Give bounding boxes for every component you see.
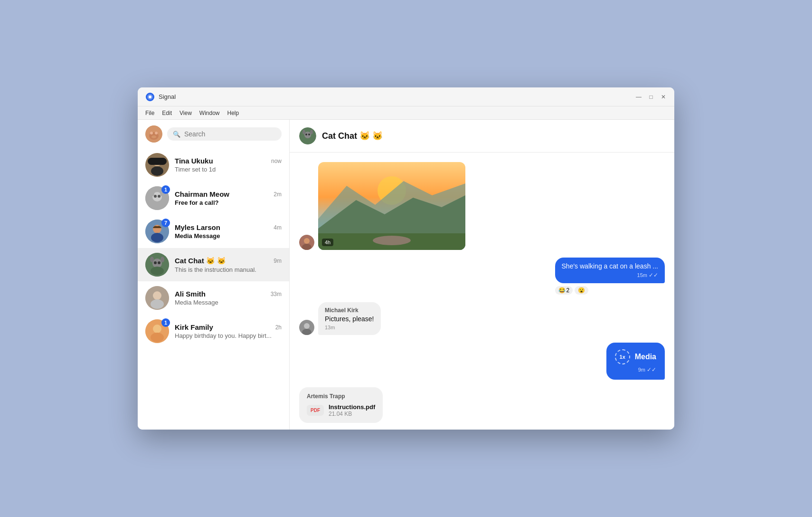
reaction-laugh[interactable]: 😂 2 (555, 286, 573, 295)
maximize-button[interactable]: □ (648, 94, 654, 100)
media-icon-circle: 1x (615, 349, 630, 364)
user-avatar[interactable] (145, 125, 162, 143)
conv-item-kirkfamily[interactable]: 1 Kirk Family 2h Happy birthday to you. … (138, 315, 289, 348)
conv-item-tina[interactable]: Tina Ukuku now Timer set to 1d (138, 148, 289, 182)
pdf-bubble: Artemis Trapp PDF Instructions.pdf 21.04… (299, 387, 383, 423)
msg-row-image: 4h (299, 162, 665, 250)
conv-preview-ali: Media Message (175, 299, 282, 306)
chat-header: Cat Chat 🐱 🐱 (290, 120, 674, 153)
msg-row-michael: Michael Kirk Pictures, please! 13m (299, 302, 665, 335)
conv-time-myles: 4m (274, 224, 282, 231)
svg-point-26 (158, 261, 161, 264)
conv-time-chairman: 2m (274, 191, 282, 198)
badge-chairman: 1 (161, 185, 170, 194)
conv-avatar-kirkfamily: 1 (145, 319, 169, 343)
title-bar: Signal — □ ✕ (138, 87, 674, 106)
menu-edit[interactable]: Edit (162, 110, 172, 116)
svg-point-30 (151, 299, 164, 309)
messages-area: 4h She's walking a cat on a leash ... 15… (290, 153, 674, 430)
conv-info-ali: Ali Smith 33m Media Message (175, 290, 282, 306)
chat-avatar (299, 127, 316, 144)
conv-preview-kirkfamily: Happy birthday to you. Happy birt... (175, 332, 282, 339)
svg-point-20 (151, 233, 163, 242)
menu-file[interactable]: File (145, 110, 154, 116)
svg-point-38 (305, 134, 307, 135)
chat-title: Cat Chat 🐱 🐱 (322, 131, 383, 141)
search-bar[interactable]: 🔍 (167, 127, 282, 141)
media-inner: 1x Media (615, 349, 656, 364)
conv-item-myles[interactable]: 7 Myles Larson 4m Media Message (138, 215, 289, 248)
conv-item-chairman[interactable]: 1 Chairman Meow 2m Free for a call? (138, 182, 289, 215)
conv-time-kirkfamily: 2h (275, 324, 282, 331)
pdf-file-info: Instructions.pdf 21.04 KB (329, 403, 375, 417)
conv-name-chairman: Chairman Meow (175, 190, 229, 198)
pdf-file-row: PDF Instructions.pdf 21.04 KB (307, 403, 375, 417)
conv-info-myles: Myles Larson 4m Media Message (175, 223, 282, 239)
minimize-button[interactable]: — (635, 94, 642, 100)
search-input[interactable] (184, 130, 276, 138)
conv-name-tina: Tina Ukuku (175, 157, 213, 165)
msg-avatar-incoming1 (299, 235, 314, 250)
conv-name-ali: Ali Smith (175, 290, 206, 298)
bubble-wrap-text-out: She's walking a cat on a leash ... 15m ✓… (555, 258, 665, 295)
reaction-wow[interactable]: 😮 (575, 286, 588, 295)
conv-time-ali: 33m (271, 291, 282, 297)
chat-area: Cat Chat 🐱 🐱 (290, 120, 674, 430)
reaction-emoji-wow: 😮 (578, 287, 585, 294)
svg-point-2 (149, 96, 151, 98)
svg-point-35 (304, 132, 311, 138)
pdf-icon: PDF (307, 405, 324, 416)
conv-preview-catchat: This is the instruction manual. (175, 266, 282, 273)
image-time-overlay: 4h (322, 239, 333, 246)
check-icon-media: ✓✓ (647, 366, 656, 373)
conv-info-kirkfamily: Kirk Family 2h Happy birthday to you. Ha… (175, 323, 282, 339)
svg-point-10 (151, 166, 163, 176)
conv-item-ali[interactable]: Ali Smith 33m Media Message (138, 281, 289, 315)
search-icon: 🔍 (173, 131, 180, 138)
svg-rect-11 (148, 158, 167, 165)
close-button[interactable]: ✕ (660, 94, 667, 100)
image-bubble: 4h (318, 162, 465, 250)
pdf-filesize: 21.04 KB (329, 411, 375, 417)
menu-bar: File Edit View Window Help (138, 106, 674, 120)
app-window: Signal — □ ✕ File Edit View Window Help (138, 87, 674, 430)
bubble-wrap-pdf: Artemis Trapp PDF Instructions.pdf 21.04… (299, 387, 383, 423)
app-logo (145, 92, 155, 102)
msg-row-media: 1x Media 9m ✓✓ (299, 343, 665, 380)
media-badge: 1x (620, 354, 625, 360)
menu-window[interactable]: Window (199, 110, 220, 116)
sidebar: 🔍 (138, 120, 290, 430)
app-title: Signal (159, 93, 635, 100)
conv-avatar-ali (145, 286, 169, 310)
svg-point-7 (151, 135, 156, 138)
badge-myles: 7 (161, 219, 170, 227)
conv-name-myles: Myles Larson (175, 223, 220, 231)
svg-point-16 (154, 195, 157, 198)
conv-avatar-chairman: 1 (145, 186, 169, 210)
svg-point-41 (304, 238, 310, 244)
svg-point-19 (153, 225, 161, 233)
reaction-count-laugh: 2 (567, 287, 570, 294)
conv-item-catchat[interactable]: Cat Chat 🐱 🐱 9m This is the instruction … (138, 248, 289, 281)
window-controls: — □ ✕ (635, 94, 667, 100)
svg-point-23 (150, 257, 154, 262)
conv-info-tina: Tina Ukuku now Timer set to 1d (175, 157, 282, 173)
check-icon: ✓✓ (649, 272, 658, 278)
svg-point-5 (150, 132, 153, 134)
menu-help[interactable]: Help (227, 110, 239, 116)
svg-point-48 (373, 236, 411, 245)
conversation-list: Tina Ukuku now Timer set to 1d (138, 148, 289, 430)
conv-name-catchat: Cat Chat 🐱 🐱 (175, 257, 226, 265)
msg-avatar-michael (299, 320, 314, 335)
menu-view[interactable]: View (179, 110, 192, 116)
msg-row-pdf: Artemis Trapp PDF Instructions.pdf 21.04… (299, 387, 665, 423)
msg-time-michael: 13m (325, 325, 374, 330)
conv-name-kirkfamily: Kirk Family (175, 323, 213, 331)
pdf-sender: Artemis Trapp (307, 393, 375, 400)
svg-point-27 (151, 267, 164, 275)
svg-point-39 (308, 134, 310, 135)
media-label: Media (635, 353, 656, 361)
msg-text-michael: Pictures, please! (325, 315, 374, 323)
svg-point-33 (151, 333, 164, 342)
conv-preview-tina: Timer set to 1d (175, 166, 282, 173)
